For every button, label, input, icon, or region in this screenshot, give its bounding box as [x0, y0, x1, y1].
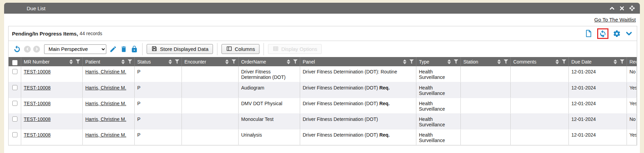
table-row: TEST-10008 Harris, Christine M. P Audiog… — [9, 82, 637, 98]
toolbar-divider — [142, 43, 143, 55]
type-cell: Health Surveillance — [416, 129, 460, 145]
mr-number-link[interactable]: TEST-10008 — [24, 69, 51, 74]
filter-icon[interactable] — [454, 59, 458, 64]
patient-link[interactable]: Harris, Christine M. — [85, 116, 126, 122]
filter-icon[interactable] — [175, 59, 179, 64]
station-cell — [460, 113, 510, 129]
filter-icon[interactable] — [293, 59, 298, 64]
sort-icon[interactable] — [555, 59, 559, 64]
station-cell — [460, 129, 510, 145]
sort-icon[interactable] — [225, 59, 229, 64]
mr-number-link[interactable]: TEST-10008 — [24, 116, 51, 122]
encounter-cell — [182, 98, 238, 113]
store-displayed-data-button[interactable]: Store Displayed Data — [147, 44, 213, 54]
mr-number-link[interactable]: TEST-10008 — [24, 101, 51, 106]
order-name-cell: Monocular Test — [238, 113, 300, 129]
sort-icon[interactable] — [614, 59, 617, 64]
comments-cell — [510, 66, 568, 82]
filter-icon[interactable] — [562, 59, 566, 64]
req-cell: No — [627, 113, 637, 129]
save-icon — [151, 45, 158, 53]
window-content: Go To The Waitlist Pending/In Progress I… — [4, 14, 640, 153]
row-checkbox[interactable] — [12, 116, 17, 122]
type-cell: Health Surveillance — [416, 82, 460, 98]
table-row: TEST-10008 Harris, Christine M. P Driver… — [9, 66, 637, 82]
close-icon[interactable] — [619, 6, 625, 11]
sort-icon[interactable] — [69, 59, 73, 64]
filter-icon[interactable] — [76, 59, 80, 64]
lock-icon[interactable] — [131, 45, 138, 53]
waitlist-link[interactable]: Go To The Waitlist — [594, 17, 636, 23]
grid-icon — [272, 45, 279, 53]
comments-cell — [510, 82, 568, 98]
refresh-icon[interactable] — [599, 30, 607, 38]
panel-title: Pending/In Progress Items, — [12, 31, 78, 37]
chevron-down-icon[interactable] — [625, 30, 633, 37]
col-header-patient[interactable]: Patient — [82, 57, 134, 66]
move-icon[interactable] — [629, 5, 635, 11]
patient-link[interactable]: Harris, Christine M. — [85, 69, 126, 74]
patient-link[interactable]: Harris, Christine M. — [85, 85, 126, 91]
sort-icon[interactable] — [121, 59, 125, 64]
col-header-mr-number[interactable]: MR Number — [21, 57, 82, 66]
col-header-req[interactable]: Req — [627, 57, 637, 66]
mr-number-link[interactable]: TEST-10008 — [24, 132, 51, 138]
due-list-table: MR Number Patient Status Encounter Order… — [9, 57, 637, 145]
row-checkbox[interactable] — [12, 132, 17, 137]
row-checkbox[interactable] — [12, 69, 17, 74]
row-checkbox[interactable] — [12, 101, 17, 106]
filter-icon[interactable] — [504, 59, 508, 64]
collapse-icon[interactable] — [609, 5, 615, 11]
req-cell: Yes — [627, 82, 637, 98]
order-name-cell: DMV DOT Physical — [238, 98, 300, 113]
sort-icon[interactable] — [169, 59, 172, 64]
edit-pencil-icon[interactable] — [109, 45, 117, 53]
filter-icon[interactable] — [232, 59, 236, 64]
col-header-station[interactable]: Station — [460, 57, 510, 66]
due-date-cell: 12-01-2024 — [568, 98, 627, 113]
col-header-status[interactable]: Status — [134, 57, 182, 66]
col-header-due-date[interactable]: Due Date — [568, 57, 627, 66]
col-header-panel[interactable]: Panel — [300, 57, 416, 66]
sort-icon[interactable] — [497, 59, 501, 64]
table-header-row: MR Number Patient Status Encounter Order… — [9, 57, 637, 66]
filter-icon[interactable] — [410, 59, 414, 64]
encounter-cell — [182, 82, 238, 98]
sort-icon[interactable] — [287, 59, 290, 64]
status-cell: P — [134, 129, 182, 145]
col-header-comments[interactable]: Comments — [510, 57, 568, 66]
window-titlebar: Due List — [4, 3, 640, 14]
panel-cell: Driver Fitness Determination (DOT): Rout… — [300, 66, 416, 82]
select-all-checkbox[interactable] — [12, 60, 17, 65]
trash-icon[interactable] — [120, 45, 128, 53]
comments-cell — [510, 113, 568, 129]
new-document-icon[interactable] — [585, 29, 593, 38]
sort-icon[interactable] — [403, 59, 406, 64]
columns-button[interactable]: Columns — [222, 44, 259, 54]
col-header-order-name[interactable]: OrderName — [238, 57, 300, 66]
due-date-cell: 12-01-2024 — [568, 129, 627, 145]
panel-header: Pending/In Progress Items, 44 records — [9, 26, 637, 41]
filter-icon[interactable] — [128, 59, 132, 64]
mr-number-link[interactable]: TEST-10008 — [24, 85, 51, 91]
pending-items-panel: Pending/In Progress Items, 44 records — [8, 26, 637, 145]
status-cell: P — [134, 82, 182, 98]
forward-icon[interactable] — [33, 46, 40, 53]
col-header-encounter[interactable]: Encounter — [182, 57, 238, 66]
col-header-type[interactable]: Type — [416, 57, 460, 66]
gear-icon[interactable] — [613, 30, 621, 38]
due-date-cell: 12-01-2024 — [568, 66, 627, 82]
row-checkbox[interactable] — [12, 85, 17, 90]
patient-link[interactable]: Harris, Christine M. — [85, 132, 126, 138]
columns-icon — [226, 45, 232, 53]
req-cell: No — [627, 66, 637, 82]
station-cell — [460, 66, 510, 82]
sort-icon[interactable] — [447, 59, 451, 64]
patient-link[interactable]: Harris, Christine M. — [85, 101, 126, 106]
back-icon[interactable] — [24, 46, 31, 53]
table-row: TEST-10008 Harris, Christine M. P DMV DO… — [9, 98, 637, 113]
filter-icon[interactable] — [620, 59, 625, 64]
window-title: Due List — [4, 5, 45, 11]
undo-icon[interactable] — [13, 45, 22, 54]
perspective-select[interactable]: Main Perspective — [44, 44, 106, 54]
